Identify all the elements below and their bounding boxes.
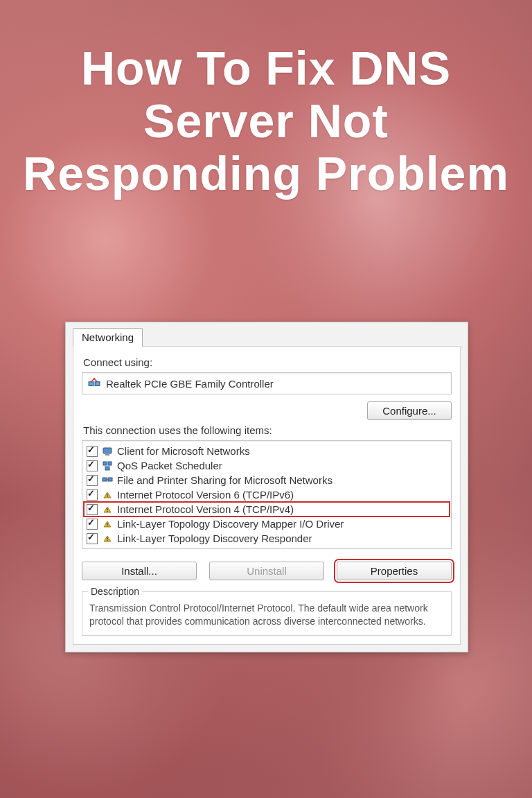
tab-row: Networking: [66, 322, 468, 347]
svg-rect-3: [103, 448, 112, 453]
svg-rect-1: [95, 382, 100, 386]
page-title: How To Fix DNS Server Not Responding Pro…: [0, 42, 532, 200]
checkbox[interactable]: [87, 533, 98, 544]
checkbox[interactable]: [87, 446, 98, 457]
connection-items-list[interactable]: Client for Microsoft NetworksQoS Packet …: [82, 440, 452, 549]
properties-button[interactable]: Properties: [337, 562, 452, 580]
network-properties-dialog: Networking Connect using: Realtek PCIe G…: [65, 322, 468, 652]
items-label: This connection uses the following items…: [83, 424, 452, 436]
svg-point-2: [94, 378, 96, 380]
adapter-name: Realtek PCIe GBE Family Controller: [106, 378, 274, 390]
svg-rect-11: [107, 496, 108, 497]
network-adapter-icon: [88, 377, 100, 390]
svg-rect-8: [103, 478, 107, 481]
list-item-label: Link-Layer Topology Discovery Responder: [117, 532, 312, 544]
proto-icon: [102, 519, 113, 530]
list-item[interactable]: Client for Microsoft Networks: [84, 444, 450, 458]
svg-rect-4: [105, 454, 109, 456]
proto-icon: [102, 504, 113, 515]
svg-rect-10: [107, 494, 108, 496]
svg-rect-0: [89, 382, 94, 386]
svg-rect-5: [103, 462, 107, 465]
install-button[interactable]: Install...: [82, 562, 197, 580]
list-item-label: Internet Protocol Version 6 (TCP/IPv6): [117, 489, 294, 501]
list-item[interactable]: QoS Packet Scheduler: [84, 458, 450, 473]
list-item-label: File and Printer Sharing for Microsoft N…: [117, 474, 332, 486]
list-item-label: Internet Protocol Version 4 (TCP/IPv4): [117, 503, 294, 515]
configure-button[interactable]: Configure...: [367, 401, 452, 420]
checkbox[interactable]: [87, 519, 98, 530]
checkbox[interactable]: [87, 460, 98, 471]
svg-rect-9: [108, 478, 112, 481]
svg-rect-14: [107, 523, 108, 525]
tab-panel: Connect using: Realtek PCIe GBE Family C…: [73, 346, 461, 645]
proto-icon: [102, 489, 113, 501]
list-item[interactable]: Link-Layer Topology Discovery Mapper I/O…: [84, 517, 450, 531]
checkbox[interactable]: [87, 475, 98, 486]
list-item-label: QoS Packet Scheduler: [117, 460, 222, 471]
svg-rect-15: [107, 526, 108, 526]
connect-using-label: Connect using:: [83, 356, 452, 368]
adapter-box[interactable]: Realtek PCIe GBE Family Controller: [82, 372, 452, 394]
configure-row: Configure...: [82, 401, 452, 420]
description-text: Transmission Control Protocol/Internet P…: [89, 602, 428, 627]
svg-rect-13: [107, 511, 108, 512]
qos-icon: [102, 460, 113, 471]
checkbox[interactable]: [87, 489, 98, 501]
list-item[interactable]: File and Printer Sharing for Microsoft N…: [84, 473, 450, 487]
svg-rect-17: [107, 540, 108, 541]
list-item[interactable]: Link-Layer Topology Discovery Responder: [84, 531, 450, 546]
svg-rect-7: [105, 467, 109, 470]
list-item-label: Client for Microsoft Networks: [117, 445, 250, 457]
description-group: Description Transmission Control Protoco…: [82, 591, 452, 636]
list-item[interactable]: Internet Protocol Version 6 (TCP/IPv6): [84, 487, 450, 502]
item-buttons-row: Install... Uninstall Properties: [82, 562, 452, 580]
proto-icon: [102, 533, 113, 544]
list-item-label: Link-Layer Topology Discovery Mapper I/O…: [117, 518, 344, 530]
svg-rect-12: [107, 508, 108, 510]
svg-rect-6: [108, 462, 112, 465]
list-item[interactable]: Internet Protocol Version 4 (TCP/IPv4): [84, 502, 450, 517]
checkbox[interactable]: [87, 504, 98, 515]
tab-networking[interactable]: Networking: [73, 328, 143, 347]
client-icon: [102, 446, 113, 457]
share-icon: [102, 475, 113, 486]
svg-rect-16: [107, 537, 108, 539]
description-legend: Description: [88, 585, 142, 598]
uninstall-button: Uninstall: [209, 562, 324, 580]
